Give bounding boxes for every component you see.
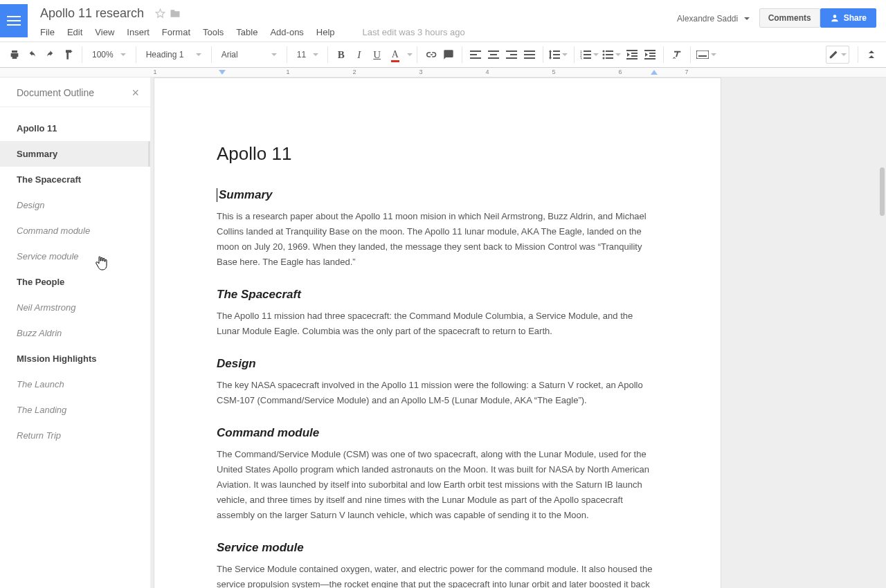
outline-title: Document Outline	[17, 87, 94, 98]
document-canvas[interactable]: Apollo 11 SummaryThis is a research pape…	[151, 77, 886, 588]
last-edit-label[interactable]: Last edit was 3 hours ago	[363, 27, 465, 37]
svg-rect-2	[7, 24, 21, 26]
paragraph-style-select[interactable]: Heading 1	[141, 46, 207, 64]
chevron-down-icon	[744, 17, 750, 20]
svg-rect-19	[584, 50, 591, 52]
horizontal-ruler[interactable]: 1 1 2 3 4 5 6 7	[0, 68, 886, 77]
svg-rect-14	[524, 54, 535, 55]
outline-item[interactable]: The Spacecraft	[0, 167, 150, 192]
outline-item[interactable]: The Launch	[0, 371, 150, 397]
menu-insert[interactable]: Insert	[127, 27, 150, 37]
menu-table[interactable]: Table	[236, 27, 257, 37]
chevron-down-icon	[711, 53, 716, 56]
text-color-button[interactable]: A	[386, 46, 404, 64]
align-left-button[interactable]	[467, 46, 485, 64]
doc-paragraph[interactable]: The key NASA spacecraft involved in the …	[217, 378, 654, 408]
svg-rect-10	[506, 50, 517, 52]
menu-help[interactable]: Help	[316, 27, 335, 37]
outline-item[interactable]: The Landing	[0, 397, 150, 423]
comments-button[interactable]: Comments	[759, 8, 820, 28]
outline-item[interactable]: Service module	[0, 244, 150, 269]
align-right-button[interactable]	[503, 46, 521, 64]
share-button[interactable]: Share	[820, 8, 876, 28]
outline-item[interactable]: Return Trip	[0, 423, 150, 448]
toolbar: 100% Heading 1 Arial 11 B I U A 123	[0, 42, 886, 68]
editing-mode-button[interactable]	[826, 46, 849, 64]
folder-icon[interactable]	[170, 9, 181, 18]
close-icon[interactable]: ×	[132, 88, 139, 98]
svg-rect-1	[7, 20, 21, 21]
doc-paragraph[interactable]: The Apollo 11 mission had three spacecra…	[217, 309, 654, 339]
doc-paragraph[interactable]: The Service Module contained oxygen, wat…	[217, 562, 654, 588]
clear-formatting-button[interactable]	[668, 46, 686, 64]
increase-indent-button[interactable]	[641, 46, 659, 64]
hide-menus-button[interactable]	[862, 46, 880, 64]
vertical-scrollbar[interactable]	[880, 167, 885, 216]
doc-heading-2[interactable]: Summary	[217, 188, 654, 202]
svg-rect-8	[490, 54, 497, 55]
svg-rect-5	[470, 54, 477, 55]
outline-item[interactable]: Buzz Aldrin	[0, 320, 150, 346]
page[interactable]: Apollo 11 SummaryThis is a research pape…	[154, 77, 721, 588]
doc-heading-2[interactable]: Command module	[217, 426, 654, 440]
doc-paragraph[interactable]: This is a research paper about the Apoll…	[217, 209, 654, 270]
svg-rect-32	[644, 50, 656, 51]
doc-heading-1[interactable]: Apollo 11	[217, 143, 654, 165]
font-size-select[interactable]: 11	[291, 46, 323, 64]
insert-comment-button[interactable]	[440, 46, 458, 64]
outline-item[interactable]: Summary	[0, 141, 150, 167]
account-menu[interactable]: Alexandre Saddi	[677, 12, 750, 24]
outline-item[interactable]: The People	[0, 269, 150, 295]
font-select[interactable]: Arial	[216, 46, 282, 64]
doc-paragraph[interactable]: The Command/Service Module (CSM) was one…	[217, 447, 654, 523]
document-title[interactable]: Apollo 11 research	[40, 6, 144, 21]
right-indent-marker-icon[interactable]	[651, 70, 658, 75]
numbered-list-button[interactable]: 123	[579, 46, 601, 64]
text-color-menu[interactable]	[404, 46, 413, 64]
outline-item[interactable]: Apollo 11	[0, 116, 150, 141]
outline-item[interactable]: MIssion Highlights	[0, 346, 150, 371]
line-spacing-button[interactable]	[548, 46, 570, 64]
app-header: Apollo 11 research File Edit View Insert…	[0, 0, 886, 42]
outline-item[interactable]: Design	[0, 192, 150, 218]
svg-text:3: 3	[580, 57, 582, 59]
italic-button[interactable]: I	[350, 46, 368, 64]
menu-file[interactable]: File	[40, 27, 55, 37]
indent-marker-icon[interactable]	[219, 70, 226, 75]
doc-heading-2[interactable]: The Spacecraft	[217, 288, 654, 302]
bold-button[interactable]: B	[332, 46, 350, 64]
chevron-down-icon	[615, 53, 621, 56]
zoom-select[interactable]: 100%	[87, 46, 132, 64]
svg-rect-31	[631, 55, 638, 57]
svg-rect-6	[470, 57, 481, 59]
paint-format-button[interactable]	[60, 46, 78, 64]
redo-button[interactable]	[42, 46, 60, 64]
menu-format[interactable]: Format	[162, 27, 190, 37]
align-justify-button[interactable]	[521, 46, 539, 64]
doc-heading-2[interactable]: Design	[217, 357, 654, 371]
decrease-indent-button[interactable]	[623, 46, 641, 64]
chevron-down-icon	[593, 53, 599, 56]
docs-home-button[interactable]	[0, 4, 28, 37]
outline-item[interactable]: Neil Armstrong	[0, 295, 150, 320]
menu-edit[interactable]: Edit	[67, 27, 82, 37]
align-center-button[interactable]	[485, 46, 503, 64]
print-button[interactable]	[6, 46, 24, 64]
input-tools-button[interactable]	[695, 46, 718, 64]
insert-link-button[interactable]	[422, 46, 440, 64]
outline-item[interactable]: Command module	[0, 218, 150, 244]
menu-view[interactable]: View	[95, 27, 114, 37]
svg-rect-9	[488, 57, 499, 59]
bulleted-list-button[interactable]	[601, 46, 623, 64]
ruler-tick: 4	[485, 68, 489, 75]
svg-rect-11	[510, 54, 517, 55]
ruler-tick: 1	[286, 68, 289, 75]
menu-addons[interactable]: Add-ons	[270, 27, 303, 37]
underline-button[interactable]: U	[368, 46, 386, 64]
menu-tools[interactable]: Tools	[203, 27, 224, 37]
doc-heading-2[interactable]: Service module	[217, 541, 654, 555]
undo-button[interactable]	[24, 46, 42, 64]
outline-list: Apollo 11SummaryThe SpacecraftDesignComm…	[0, 107, 150, 448]
ruler-tick: 3	[419, 68, 422, 75]
star-icon[interactable]	[155, 8, 165, 19]
